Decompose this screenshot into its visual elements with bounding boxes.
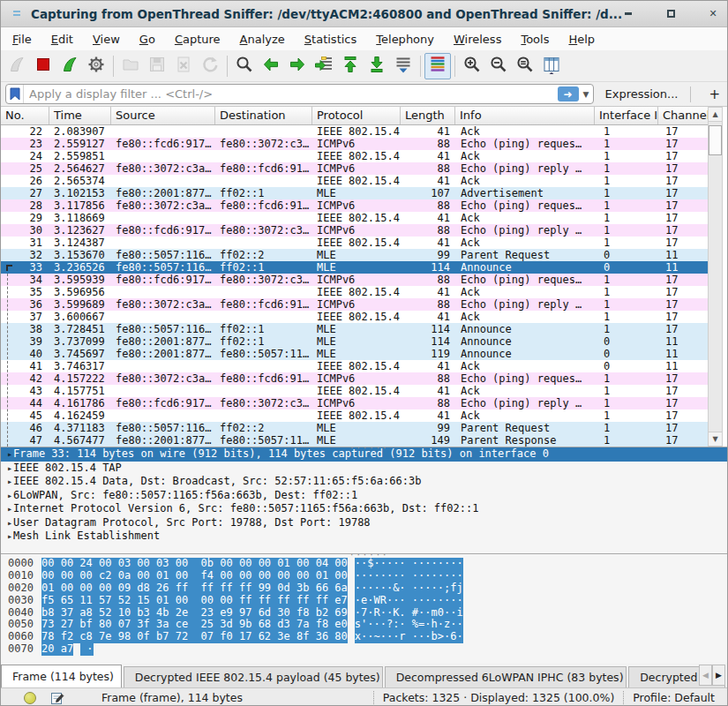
packet-row-27[interactable]: 273.102153fe80::2001:877…ff02::1MLE107Ad… bbox=[1, 187, 709, 199]
packet-row-40[interactable]: 403.745697fe80::2001:877…fe80::5057:11…M… bbox=[1, 348, 709, 360]
byte-tab-3[interactable]: Decompressed 6LoWPAN IPHC (83 bytes) bbox=[385, 666, 627, 687]
restart-capture-button[interactable] bbox=[56, 53, 83, 79]
packet-row-34[interactable]: 343.595939fe80::fcd6:917…fe80::3072:c3…I… bbox=[1, 274, 709, 286]
byte-tab-2[interactable]: Decrypted IEEE 802.15.4 payload (45 byte… bbox=[124, 666, 383, 687]
packet-row-46[interactable]: 464.371183fe80::5057:116…ff02::2MLE99Par… bbox=[1, 422, 709, 434]
resize-columns-button[interactable] bbox=[538, 53, 565, 79]
menu-item-edit[interactable]: Edit bbox=[41, 30, 83, 49]
packet-row-38[interactable]: 383.728451fe80::5057:116…ff02::1MLE114An… bbox=[1, 323, 709, 335]
packet-row-36[interactable]: 363.599689fe80::3072:c3a…fe80::fcd6:91…I… bbox=[1, 298, 709, 311]
packet-row-43[interactable]: 434.157751IEEE 802.15.441Ack117 bbox=[1, 385, 709, 397]
column-header-info[interactable]: Info bbox=[455, 107, 595, 125]
hex-bytes[interactable]: 73 27 bf 80 07 3f 3a ce 25 3d 9b 68 d3 7… bbox=[41, 619, 348, 631]
colorize-button[interactable] bbox=[424, 53, 451, 79]
packet-row-29[interactable]: 293.118669IEEE 802.15.441Ack117 bbox=[1, 212, 709, 224]
go-last-button[interactable] bbox=[364, 53, 390, 79]
zoom-original-button[interactable] bbox=[512, 53, 538, 79]
detail-line[interactable]: ▸Internet Protocol Version 6, Src: fe80:… bbox=[1, 502, 727, 516]
expander-icon[interactable]: ▸ bbox=[1, 516, 13, 530]
packet-row-44[interactable]: 444.161786fe80::fcd6:917…fe80::3072:c3…I… bbox=[1, 397, 709, 409]
hex-ascii[interactable]: ·7·R··K. #··m0··i bbox=[355, 607, 463, 620]
tab-scroll-left-icon[interactable]: ◀ bbox=[699, 665, 712, 686]
hex-bytes[interactable]: 00 00 24 00 03 00 03 00 0b 00 00 00 01 0… bbox=[41, 558, 348, 570]
zoom-out-button[interactable] bbox=[485, 53, 512, 79]
menu-item-tools[interactable]: Tools bbox=[511, 30, 559, 49]
packet-row-39[interactable]: 393.737099fe80::2001:877…ff02::1MLE114An… bbox=[1, 335, 709, 348]
packet-row-32[interactable]: 323.153670fe80::5057:116…ff02::2MLE99Par… bbox=[1, 249, 709, 261]
column-header-protocol[interactable]: Protocol bbox=[312, 107, 401, 125]
detail-line[interactable]: ▸6LoWPAN, Src: fe80::5057:1165:f56a:663b… bbox=[1, 489, 727, 503]
packet-row-33[interactable]: 333.236526fe80::5057:116…ff02::1MLE114An… bbox=[1, 261, 709, 274]
hex-ascii[interactable]: ········ ········ bbox=[355, 570, 463, 582]
column-header-time[interactable]: Time bbox=[49, 107, 111, 125]
menu-item-help[interactable]: Help bbox=[559, 30, 604, 49]
expander-icon[interactable]: ▸ bbox=[1, 530, 13, 544]
tab-scroll-right-icon[interactable]: ▶ bbox=[712, 665, 725, 686]
scroll-up-icon[interactable]: ▲ bbox=[709, 108, 722, 122]
minimize-button[interactable] bbox=[622, 8, 634, 20]
column-header-channel[interactable]: Channel bbox=[658, 107, 709, 125]
scrollbar-thumb[interactable] bbox=[709, 125, 722, 155]
go-back-button[interactable] bbox=[258, 53, 284, 79]
menu-item-go[interactable]: Go bbox=[130, 30, 165, 49]
hex-ascii[interactable]: x··~···r ···b>·6· bbox=[355, 631, 463, 643]
go-to-packet-button[interactable] bbox=[311, 53, 337, 79]
packet-row-26[interactable]: 262.565374IEEE 802.15.441Ack117 bbox=[1, 175, 709, 187]
bookmark-icon[interactable] bbox=[6, 85, 24, 103]
add-filter-button[interactable]: + bbox=[702, 86, 727, 102]
packet-row-28[interactable]: 283.117856fe80::3072:c3a…fe80::fcd6:91…I… bbox=[1, 199, 709, 212]
packet-list-scrollbar[interactable]: ▲ ▼ bbox=[708, 107, 723, 447]
detail-line[interactable]: ▸Mesh Link Establishment bbox=[1, 530, 727, 544]
menu-item-wireless[interactable]: Wireless bbox=[444, 30, 511, 49]
menu-item-file[interactable]: File bbox=[3, 30, 41, 49]
expander-icon[interactable]: ▸ bbox=[1, 462, 13, 476]
filter-dropdown-icon[interactable]: ▼ bbox=[582, 90, 594, 99]
packet-row-24[interactable]: 242.559851IEEE 802.15.441Ack117 bbox=[1, 150, 709, 162]
zoom-in-button[interactable] bbox=[459, 53, 485, 79]
packet-row-42[interactable]: 424.157222fe80::3072:c3a…fe80::fcd6:91…I… bbox=[1, 372, 709, 385]
hex-ascii[interactable]: ·e·WR··· ········ bbox=[355, 595, 463, 607]
expander-icon[interactable]: ▸ bbox=[1, 447, 13, 462]
hex-bytes[interactable]: b8 37 a8 52 10 b3 4b 2e 23 e9 97 6d 30 f… bbox=[41, 607, 348, 620]
hex-ascii[interactable]: ······&· ·····;fj bbox=[355, 582, 463, 595]
packet-row-23[interactable]: 232.559127fe80::fcd6:917…fe80::3072:c3…I… bbox=[1, 138, 709, 150]
hex-ascii[interactable]: · bbox=[80, 643, 93, 656]
hex-bytes[interactable]: 00 00 00 c2 0a 00 01 00 f4 00 00 00 00 0… bbox=[41, 570, 348, 582]
expander-icon[interactable]: ▸ bbox=[1, 502, 13, 516]
scroll-down-icon[interactable]: ▼ bbox=[709, 432, 722, 446]
detail-line[interactable]: ▸IEEE 802.15.4 Data, Dst: Broadcast, Src… bbox=[1, 475, 727, 489]
hex-bytes[interactable]: 20 a7 bbox=[41, 643, 73, 656]
menu-item-capture[interactable]: Capture bbox=[165, 30, 230, 49]
status-profile[interactable]: Profile: Default bbox=[633, 691, 715, 704]
expression-button[interactable]: Expression... bbox=[604, 87, 678, 101]
hex-bytes[interactable]: f5 65 11 57 52 15 01 00 00 00 ff ff ff f… bbox=[41, 595, 348, 607]
stop-capture-button[interactable] bbox=[30, 53, 56, 79]
column-header-interface-id[interactable]: Interface ID bbox=[595, 107, 658, 125]
display-filter-input[interactable] bbox=[24, 87, 558, 101]
packet-row-41[interactable]: 413.746317IEEE 802.15.441Ack011 bbox=[1, 360, 709, 372]
close-button[interactable]: ✕ bbox=[707, 8, 719, 20]
find-packet-button[interactable] bbox=[231, 53, 258, 79]
maximize-button[interactable] bbox=[664, 8, 677, 20]
hex-ascii[interactable]: ··$····· ········ bbox=[355, 558, 463, 570]
go-first-button[interactable] bbox=[337, 53, 364, 79]
packet-row-31[interactable]: 313.124387IEEE 802.15.441Ack117 bbox=[1, 237, 709, 249]
column-header-source[interactable]: Source bbox=[111, 107, 215, 125]
packet-row-47[interactable]: 474.567477fe80::2001:877…fe80::5057:11…M… bbox=[1, 434, 709, 447]
menu-item-view[interactable]: View bbox=[83, 30, 130, 49]
column-header-length[interactable]: Length bbox=[401, 107, 455, 125]
column-header-no-[interactable]: No. bbox=[1, 107, 49, 125]
splitter-handle[interactable]: ······ bbox=[349, 447, 389, 453]
packet-row-35[interactable]: 353.596956IEEE 802.15.441Ack117 bbox=[1, 286, 709, 298]
detail-line[interactable]: ▸IEEE 802.15.4 TAP bbox=[1, 462, 727, 476]
byte-tab-1[interactable]: Frame (114 bytes) bbox=[1, 665, 122, 687]
column-header-destination[interactable]: Destination bbox=[215, 107, 312, 125]
hex-bytes[interactable]: 78 f2 c8 7e 98 0f b7 72 07 f0 17 62 3e 8… bbox=[41, 631, 348, 643]
expander-icon[interactable]: ▸ bbox=[1, 489, 13, 503]
packet-row-25[interactable]: 252.564627fe80::3072:c3a…fe80::fcd6:91…I… bbox=[1, 162, 709, 175]
packet-row-22[interactable]: 222.083907IEEE 802.15.441Ack117 bbox=[1, 125, 709, 138]
menu-item-statistics[interactable]: Statistics bbox=[295, 30, 366, 49]
auto-scroll-button[interactable] bbox=[390, 53, 417, 79]
hex-ascii[interactable]: s'···?:· %=·h·z·· bbox=[355, 619, 463, 631]
packet-row-37[interactable]: 373.600667IEEE 802.15.441Ack117 bbox=[1, 311, 709, 323]
